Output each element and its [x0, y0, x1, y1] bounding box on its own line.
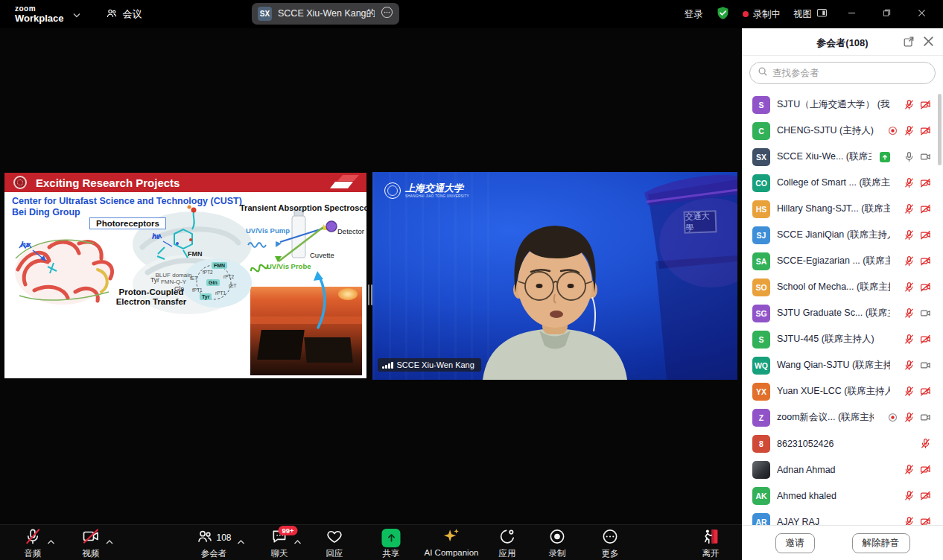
participant-row[interactable]: ARAJAY RAJ [742, 509, 943, 525]
probe-label: UV/Vis Probe [267, 262, 311, 270]
participant-avatar: SA [752, 252, 770, 270]
more-options-icon[interactable] [381, 6, 393, 22]
participant-row[interactable]: COCollege of Smart ... (联席主持人) [742, 170, 943, 196]
participant-name: College of Smart ... (联席主持人) [777, 176, 890, 189]
slide-line1: Center for Ultrafast Science and Technol… [12, 196, 242, 206]
participant-row[interactable]: SXSCCE Xiu-We... (联席主持人) [742, 144, 943, 170]
participant-name: SCCE-Egiazarian ... (联席主持人) [777, 255, 890, 267]
record-button[interactable]: 录制 [549, 528, 566, 559]
participant-row[interactable]: SJSCCE JianiQian (联席主持人) [742, 222, 943, 248]
participant-row[interactable]: HSHillary Shang-SJT... (联席主持人) [742, 196, 943, 222]
camera-off-icon [920, 516, 931, 525]
recording-indicator-icon [887, 412, 898, 423]
chat-button[interactable]: 99+ 聊天 [271, 528, 288, 559]
cycle-rpt2: rPT2 [223, 274, 234, 279]
cycle-fpt1: fPT1 [192, 287, 203, 293]
participant-avatar: AK [752, 487, 770, 505]
participant-row[interactable]: SSJTU-445 (联席主持人) [742, 326, 943, 352]
hv-label-left: hv [21, 240, 31, 249]
camera-icon [920, 412, 931, 423]
share-screen-icon [382, 529, 401, 547]
close-icon[interactable] [923, 36, 934, 50]
participant-row[interactable]: Adnan Ahmad [742, 456, 943, 483]
cycle-tyr-chip: Tyr [200, 293, 212, 300]
participant-row[interactable]: AKAhmed khaled [742, 483, 943, 509]
camera-icon [920, 360, 931, 371]
participant-row[interactable]: YXYuan XUE-LCC (联席主持人) [742, 378, 943, 404]
recording-status[interactable]: 录制中 [743, 8, 781, 21]
share-screen-button[interactable]: 共享 [382, 528, 401, 559]
participant-name-tag: SCCE Xiu-Wen Kang [378, 358, 481, 372]
participants-button[interactable]: 108 参会者 [196, 528, 231, 559]
participant-avatar: SX [752, 148, 770, 166]
participant-row[interactable]: WQWang Qian-SJTU (联席主持人) [742, 352, 943, 378]
camera-off-icon [920, 255, 931, 267]
cycle-gln-chip: Gln [206, 279, 220, 286]
participant-avatar: SO [752, 279, 770, 296]
login-button[interactable]: 登录 [685, 8, 703, 21]
chat-options-caret[interactable] [294, 534, 302, 547]
participant-name: zoom新会议... (联席主持人) [777, 411, 874, 424]
layout-view-icon [816, 7, 828, 21]
video-button[interactable]: 视频 [82, 528, 100, 559]
leave-button[interactable]: 离开 [702, 528, 720, 559]
participant-avatar: HS [752, 200, 770, 218]
panel-header: 参会者(108) [742, 28, 943, 56]
recording-label: 录制中 [753, 8, 781, 21]
tab-meeting[interactable]: 会议 [106, 7, 142, 22]
participant-row[interactable]: Zzoom新会议... (联席主持人) [742, 404, 943, 430]
window-restore-button[interactable] [875, 9, 898, 19]
participant-row[interactable]: SOSchool of Mecha... (联席主持人) [742, 274, 943, 300]
search-box[interactable] [749, 62, 936, 84]
popout-icon[interactable] [903, 36, 915, 51]
screen-share-badge-icon [880, 152, 890, 162]
chevron-down-icon[interactable] [73, 7, 80, 21]
mic-muted-icon [904, 464, 915, 475]
participants-options-caret[interactable] [238, 534, 245, 547]
window-minimize-button[interactable] [840, 9, 863, 19]
apps-button[interactable]: 应用 [499, 528, 516, 559]
participant-name: SJTU Graduate Sc... (联席主持人) [777, 307, 890, 319]
search-input[interactable] [772, 68, 927, 78]
audio-options-caret[interactable] [48, 534, 55, 547]
view-label: 视图 [793, 8, 812, 21]
camera-icon [920, 151, 931, 162]
chat-unread-badge: 99+ [279, 526, 298, 535]
more-button[interactable]: 更多 [602, 528, 619, 559]
camera-off-icon [920, 490, 931, 501]
avatar: SX [258, 7, 272, 21]
participant-name: SCCE JianiQian (联席主持人) [777, 229, 890, 241]
sjtu-logo: 上海交通大学 SHANGHAI JIAO TONG UNIVERSITY [384, 182, 469, 199]
reactions-button[interactable]: 回应 [326, 528, 343, 559]
speaker-name: SCCE Xiu-Wen Kang [397, 360, 474, 369]
window-close-button[interactable] [910, 9, 933, 19]
participant-row[interactable]: 886231052426 [742, 430, 943, 456]
participant-avatar: WQ [752, 357, 770, 375]
university-seal-icon [13, 176, 27, 189]
unmute-all-button[interactable]: 解除静音 [852, 533, 910, 553]
view-button[interactable]: 视图 [793, 7, 828, 21]
cycle-rpt1: rPT1 [215, 290, 226, 296]
laser-lab-photo [250, 287, 362, 375]
participant-name: SJTU（上海交通大学） (我) [777, 98, 890, 111]
tab-shared-screen[interactable]: SX SCCE Xiu-Wen Kang的屏幕 [252, 3, 399, 25]
participant-name: Adnan Ahmad [777, 465, 836, 475]
bluf-line2: FMN-Q-Y [152, 279, 195, 285]
participant-avatar: SG [752, 305, 770, 322]
audio-button[interactable]: 音频 [25, 528, 42, 559]
scrollbar-thumb[interactable] [938, 94, 942, 165]
pcet-line2: Electron Transfer [112, 297, 191, 306]
mic-muted-icon [904, 360, 915, 371]
cycle-ret: rET [229, 283, 236, 288]
participant-row[interactable]: SGSJTU Graduate Sc... (联席主持人) [742, 300, 943, 326]
participant-row[interactable]: SASCCE-Egiazarian ... (联席主持人) [742, 248, 943, 274]
participant-name: Wang Qian-SJTU (联席主持人) [777, 359, 890, 372]
fmn-label: FMN [188, 250, 203, 258]
video-options-caret[interactable] [106, 534, 113, 547]
shield-check-icon[interactable] [716, 6, 730, 22]
participant-row[interactable]: SSJTU（上海交通大学） (我) [742, 92, 943, 118]
ai-companion-button[interactable]: AI Companion [425, 528, 479, 557]
participant-avatar: S [752, 96, 770, 114]
participant-row[interactable]: CCHENG-SJTU (主持人) [742, 118, 943, 144]
invite-button[interactable]: 邀请 [775, 533, 815, 553]
